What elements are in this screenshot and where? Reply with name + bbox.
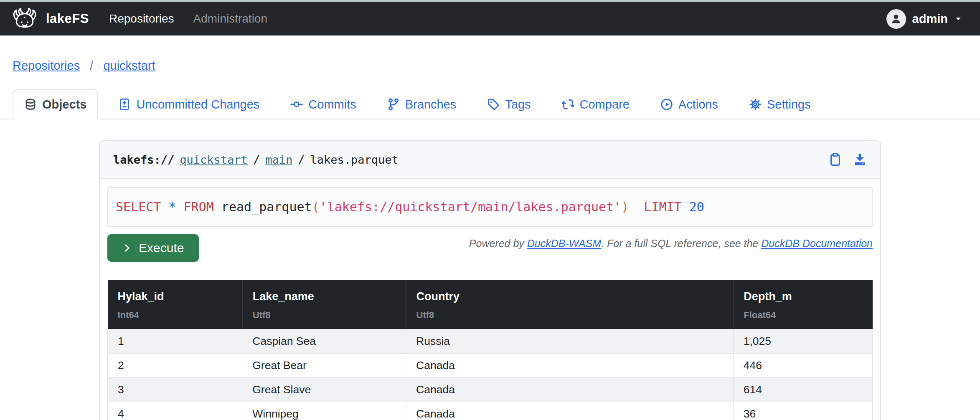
table-row: 4WinnipegCanada36 bbox=[108, 402, 873, 420]
path-repo-link[interactable]: quickstart bbox=[180, 153, 248, 166]
user-icon bbox=[890, 13, 902, 25]
tab-label: Tags bbox=[505, 98, 531, 111]
compare-icon bbox=[562, 98, 574, 111]
table-cell: Canada bbox=[406, 378, 734, 402]
column-type: Int64 bbox=[118, 310, 232, 321]
tab-label: Compare bbox=[580, 98, 630, 111]
column-name: Depth_m bbox=[744, 290, 862, 303]
sql-token-plain bbox=[161, 200, 168, 214]
play-circle-icon bbox=[660, 98, 673, 111]
nav-item-repositories[interactable]: Repositories bbox=[109, 12, 174, 25]
table-cell: Great Slave bbox=[242, 378, 406, 402]
duckdb-wasm-link[interactable]: DuckDB-WASM bbox=[527, 238, 601, 249]
object-path-header: lakefs:// quickstart / main / lakes.parq… bbox=[100, 141, 880, 179]
column-type: Utf8 bbox=[416, 310, 723, 321]
sql-token-paren: ) bbox=[621, 200, 629, 214]
table-cell: Winnipeg bbox=[242, 402, 406, 420]
table-cell: 446 bbox=[733, 354, 872, 378]
sql-token-string: 'lakefs://quickstart/main/lakes.parquet' bbox=[320, 200, 621, 214]
table-cell: 3 bbox=[108, 378, 242, 402]
sql-token-keyword: SELECT bbox=[116, 200, 161, 214]
sql-token-keyword: LIMIT bbox=[644, 200, 681, 214]
table-row: 2Great BearCanada446 bbox=[108, 354, 873, 378]
chevron-right-icon bbox=[122, 243, 132, 253]
tab-commits[interactable]: Commits bbox=[279, 89, 367, 119]
execute-label: Execute bbox=[139, 241, 184, 255]
table-cell: 1,025 bbox=[733, 329, 872, 354]
results-table-body: 1Caspian SeaRussia1,0252Great BearCanada… bbox=[108, 329, 873, 420]
file-diff-icon bbox=[118, 98, 131, 111]
breadcrumb-quickstart-link[interactable]: quickstart bbox=[103, 59, 155, 72]
duckdb-query-panel: SELECT * FROM read_parquet('lakefs://qui… bbox=[100, 179, 880, 420]
path-scheme: lakefs:// bbox=[113, 153, 174, 166]
tab-label: Branches bbox=[405, 98, 457, 111]
path-branch-link[interactable]: main bbox=[265, 153, 292, 166]
table-cell: Russia bbox=[406, 329, 734, 354]
table-cell: 36 bbox=[733, 402, 872, 420]
breadcrumb-repositories-link[interactable]: Repositories bbox=[13, 59, 80, 72]
results-table: Hylak_id Int64Lake_name Utf8Country Utf8… bbox=[107, 280, 873, 420]
table-cell: 614 bbox=[733, 378, 872, 402]
tab-branches[interactable]: Branches bbox=[376, 89, 467, 119]
sql-token-keyword: FROM bbox=[184, 200, 214, 214]
results-header-row: Hylak_id Int64Lake_name Utf8Country Utf8… bbox=[108, 280, 873, 329]
column-name: Lake_name bbox=[253, 290, 396, 303]
duckdb-docs-link[interactable]: DuckDB Documentation bbox=[761, 238, 873, 249]
table-cell: Caspian Sea bbox=[242, 329, 406, 354]
sql-token-plain bbox=[682, 200, 689, 214]
tab-label: Uncommitted Changes bbox=[136, 98, 259, 111]
table-cell: 4 bbox=[108, 402, 242, 420]
sql-token-plain: read_parquet bbox=[214, 200, 312, 214]
column-type: Float64 bbox=[744, 310, 862, 321]
download-object-button[interactable] bbox=[853, 152, 867, 167]
repository-tab-bar: Objects Uncommitted ChangesCommits Branc… bbox=[0, 89, 980, 119]
execute-button[interactable]: Execute bbox=[107, 234, 199, 262]
powered-by-note: Powered by DuckDB-WASM. For a full SQL r… bbox=[469, 234, 873, 250]
tab-label: Commits bbox=[308, 98, 356, 111]
copy-uri-button[interactable] bbox=[828, 152, 842, 167]
user-menu-trigger[interactable]: admin bbox=[886, 9, 962, 29]
tab-uncommitted-changes[interactable]: Uncommitted Changes bbox=[107, 89, 270, 119]
column-type: Utf8 bbox=[253, 310, 396, 321]
clipboard-icon bbox=[828, 152, 842, 167]
sql-token-operator: * bbox=[168, 200, 176, 214]
brand-name: lakeFS bbox=[46, 11, 89, 26]
path-separator: / bbox=[298, 153, 305, 166]
commit-icon bbox=[290, 98, 303, 111]
path-file-name: lakes.parquet bbox=[310, 153, 398, 166]
main-nav: Repositories Administration bbox=[109, 12, 267, 25]
query-actions-row: Execute Powered by DuckDB-WASM. For a fu… bbox=[107, 234, 873, 262]
column-header-hylak_id: Hylak_id Int64 bbox=[108, 280, 242, 329]
tab-compare[interactable]: Compare bbox=[551, 89, 640, 119]
download-icon bbox=[853, 152, 867, 167]
results-table-head: Hylak_id Int64Lake_name Utf8Country Utf8… bbox=[108, 280, 873, 329]
nav-item-administration[interactable]: Administration bbox=[193, 12, 267, 25]
column-header-depth_m: Depth_m Float64 bbox=[733, 280, 872, 329]
user-avatar bbox=[886, 9, 906, 29]
sql-query-input[interactable]: SELECT * FROM read_parquet('lakefs://qui… bbox=[107, 187, 873, 227]
navbar: lakeFS Repositories Administration admin bbox=[0, 2, 980, 35]
database-icon bbox=[24, 98, 37, 111]
table-cell: Canada bbox=[406, 402, 734, 420]
tab-actions[interactable]: Actions bbox=[650, 89, 729, 119]
sql-token-plain bbox=[176, 200, 184, 214]
column-name: Hylak_id bbox=[118, 290, 232, 303]
object-path: lakefs:// quickstart / main / lakes.parq… bbox=[113, 153, 399, 166]
tab-tags[interactable]: Tags bbox=[476, 89, 541, 119]
table-cell: Great Bear bbox=[242, 354, 406, 378]
tab-objects[interactable]: Objects bbox=[13, 89, 98, 119]
powered-by-prefix: Powered by bbox=[469, 238, 527, 249]
table-row: 3Great SlaveCanada614 bbox=[108, 378, 873, 402]
table-cell: 2 bbox=[108, 354, 242, 378]
sql-token-paren: ( bbox=[312, 200, 320, 214]
table-cell: 1 bbox=[108, 329, 242, 354]
column-name: Country bbox=[416, 290, 723, 303]
lakefs-axolotl-logo-icon bbox=[11, 7, 38, 30]
brand-home-link[interactable]: lakeFS bbox=[11, 7, 89, 30]
tag-icon bbox=[487, 98, 500, 111]
caret-down-icon bbox=[954, 15, 962, 23]
path-separator: / bbox=[253, 153, 260, 166]
breadcrumb: Repositories / quickstart bbox=[0, 35, 980, 73]
column-header-lake_name: Lake_name Utf8 bbox=[242, 280, 406, 329]
tab-settings[interactable]: Settings bbox=[738, 89, 822, 119]
